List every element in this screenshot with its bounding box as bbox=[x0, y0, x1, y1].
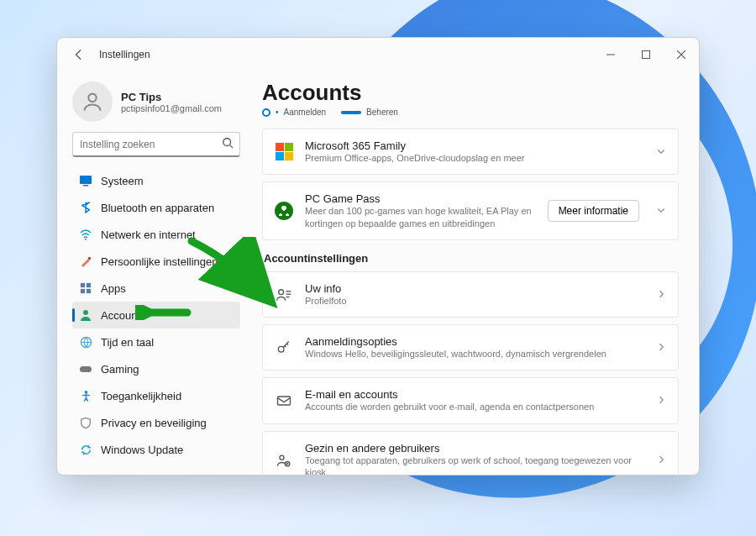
sidebar-item-label: Gaming bbox=[101, 363, 139, 376]
chevron-down-icon bbox=[656, 145, 666, 160]
promo-microsoft365[interactable]: Microsoft 365 Family Premium Office-apps… bbox=[262, 129, 679, 175]
display-icon bbox=[79, 174, 92, 187]
close-button[interactable] bbox=[664, 42, 699, 67]
page-title: Accounts bbox=[262, 80, 679, 106]
sidebar-item-accessibility[interactable]: Toegankelijkheid bbox=[72, 382, 240, 409]
sidebar-item-label: Persoonlijke instellingen bbox=[101, 255, 218, 268]
more-info-button[interactable]: Meer informatie bbox=[548, 200, 639, 222]
sidebar-item-windows-update[interactable]: Windows Update bbox=[72, 436, 240, 463]
sidebar-item-personalization[interactable]: Persoonlijke instellingen bbox=[72, 248, 240, 275]
svg-line-4 bbox=[230, 145, 234, 149]
titlebar: Instellingen bbox=[57, 38, 699, 71]
chevron-down-icon bbox=[656, 203, 666, 218]
card-title: Aanmeldingsopties bbox=[305, 335, 644, 348]
user-name: PC Tips bbox=[121, 91, 222, 103]
bar-icon bbox=[341, 111, 361, 114]
wifi-icon bbox=[79, 228, 92, 241]
svg-point-2 bbox=[88, 94, 96, 102]
update-icon bbox=[79, 443, 92, 456]
pill-manage[interactable]: Beheren bbox=[341, 108, 398, 117]
svg-rect-9 bbox=[81, 283, 85, 287]
user-block[interactable]: PC Tips pctipsinfo01@gmail.com bbox=[72, 81, 240, 122]
accessibility-icon bbox=[79, 389, 92, 402]
card-title: Microsoft 365 Family bbox=[305, 139, 644, 152]
key-icon bbox=[275, 339, 293, 357]
chevron-right-icon bbox=[656, 453, 666, 468]
setting-signin-options[interactable]: Aanmeldingsopties Windows Hello, beveili… bbox=[262, 324, 679, 370]
settings-window: Instellingen PC Tips pctipsinfo01@gmail.… bbox=[56, 37, 700, 476]
setting-your-info[interactable]: Uw info Profielfoto bbox=[262, 271, 679, 318]
shield-icon bbox=[79, 416, 92, 429]
section-header: Accountinstellingen bbox=[264, 252, 679, 265]
person-icon bbox=[79, 308, 92, 322]
sidebar-item-label: Accounts bbox=[101, 309, 145, 322]
maximize-button[interactable] bbox=[628, 42, 664, 67]
bluetooth-icon bbox=[79, 201, 92, 214]
svg-point-3 bbox=[223, 139, 231, 146]
setting-family-others[interactable]: Gezin en andere gebruikers Toegang tot a… bbox=[262, 431, 679, 475]
sidebar-item-label: Bluetooth en apparaten bbox=[101, 202, 214, 214]
svg-point-21 bbox=[278, 346, 284, 352]
card-subtitle: Profielfoto bbox=[305, 295, 644, 307]
card-title: E-mail en accounts bbox=[305, 388, 644, 401]
card-title: Gezin en andere gebruikers bbox=[305, 442, 644, 455]
chevron-right-icon bbox=[656, 340, 666, 355]
sidebar-item-gaming[interactable]: Gaming bbox=[72, 355, 240, 382]
card-subtitle: Accounts die worden gebruikt voor e-mail… bbox=[305, 401, 644, 413]
sidebar-item-time-language[interactable]: Tijd en taal bbox=[72, 328, 240, 355]
svg-rect-6 bbox=[83, 185, 88, 187]
svg-point-17 bbox=[279, 289, 284, 294]
sidebar-item-privacy[interactable]: Privacy en beveiliging bbox=[72, 409, 240, 436]
main-panel: Accounts •Aanmelden Beheren Microsoft 36… bbox=[250, 71, 699, 475]
search-icon bbox=[222, 137, 234, 152]
sidebar-nav: Systeem Bluetooth en apparaten Netwerk e… bbox=[72, 167, 240, 463]
back-button[interactable] bbox=[67, 43, 91, 66]
card-subtitle: Premium Office-apps, OneDrive-cloudopsla… bbox=[305, 152, 644, 164]
brush-icon bbox=[79, 255, 92, 268]
card-subtitle: Toegang tot apparaten, gebruikers op wer… bbox=[305, 455, 644, 475]
avatar bbox=[72, 81, 113, 122]
microsoft-logo-icon bbox=[275, 143, 293, 161]
window-title: Instellingen bbox=[99, 49, 150, 60]
sidebar-item-label: Apps bbox=[101, 282, 126, 295]
svg-point-23 bbox=[280, 455, 284, 460]
sidebar-item-label: Toegankelijkheid bbox=[101, 390, 181, 402]
person-card-icon bbox=[275, 286, 293, 304]
svg-rect-5 bbox=[80, 176, 92, 184]
svg-point-7 bbox=[85, 239, 87, 240]
svg-rect-11 bbox=[81, 289, 85, 293]
family-icon bbox=[275, 451, 293, 470]
sidebar-item-apps[interactable]: Apps bbox=[72, 275, 240, 302]
sidebar-item-label: Netwerk en internet bbox=[101, 229, 196, 241]
pill-signin[interactable]: •Aanmelden bbox=[262, 108, 326, 117]
sidebar-item-label: Windows Update bbox=[101, 444, 183, 456]
svg-rect-10 bbox=[87, 283, 91, 287]
chevron-right-icon bbox=[656, 287, 666, 302]
gaming-icon bbox=[79, 362, 92, 376]
apps-icon bbox=[79, 281, 92, 295]
card-subtitle: Windows Hello, beveiligingssleutel, wach… bbox=[305, 348, 644, 360]
xbox-logo-icon bbox=[275, 202, 293, 220]
promo-gamepass[interactable]: PC Game Pass Meer dan 100 pc-games van h… bbox=[262, 181, 679, 240]
mail-icon bbox=[275, 391, 293, 410]
ring-icon bbox=[262, 108, 270, 117]
svg-point-13 bbox=[83, 310, 88, 315]
search-input[interactable] bbox=[72, 132, 240, 157]
sidebar-item-system[interactable]: Systeem bbox=[72, 167, 240, 194]
sidebar: PC Tips pctipsinfo01@gmail.com Systeem B… bbox=[57, 71, 250, 475]
svg-rect-1 bbox=[643, 51, 650, 59]
minimize-button[interactable] bbox=[593, 42, 628, 67]
setting-email-accounts[interactable]: E-mail en accounts Accounts die worden g… bbox=[262, 377, 679, 423]
sidebar-item-label: Privacy en beveiliging bbox=[101, 417, 207, 429]
account-status-pills: •Aanmelden Beheren bbox=[262, 108, 679, 117]
sidebar-item-accounts[interactable]: Accounts bbox=[72, 302, 240, 328]
sidebar-item-network[interactable]: Netwerk en internet bbox=[72, 221, 240, 248]
card-subtitle: Meer dan 100 pc-games van hoge kwaliteit… bbox=[305, 205, 536, 229]
svg-rect-8 bbox=[88, 257, 91, 260]
sidebar-item-bluetooth[interactable]: Bluetooth en apparaten bbox=[72, 194, 240, 221]
svg-rect-15 bbox=[80, 366, 92, 372]
card-title: PC Game Pass bbox=[305, 192, 536, 205]
svg-rect-12 bbox=[87, 289, 91, 293]
globe-icon bbox=[79, 335, 92, 349]
sidebar-item-label: Systeem bbox=[101, 175, 144, 187]
